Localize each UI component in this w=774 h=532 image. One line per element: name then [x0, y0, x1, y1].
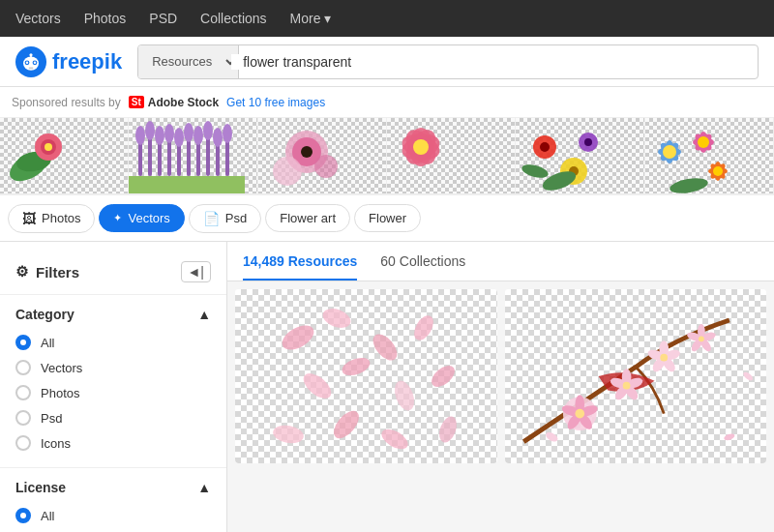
radio-icons-indicator [15, 435, 31, 451]
sponsored-image-2[interactable] [129, 118, 257, 193]
license-collapse-icon: ▲ [197, 480, 211, 495]
sponsored-banner: Sponsored results by St Adobe Stock Get … [0, 87, 774, 118]
svg-point-31 [194, 126, 203, 145]
adobe-badge: St [129, 96, 144, 108]
svg-point-106 [698, 336, 703, 341]
result-thumb-2 [505, 289, 767, 463]
svg-point-39 [314, 155, 338, 178]
svg-point-100 [660, 354, 668, 362]
results-header: 14,489 Resources 60 Collections [227, 242, 774, 281]
sponsored-img-3-svg [258, 118, 355, 193]
svg-point-28 [164, 124, 174, 143]
nav-photos[interactable]: Photos [84, 11, 127, 26]
sponsored-image-1[interactable] [0, 118, 129, 193]
top-nav: Vectors Photos PSD Collections More ▾ [0, 0, 774, 37]
license-section-title[interactable]: License ▲ [15, 480, 211, 495]
sponsored-img-5-svg [516, 118, 612, 193]
category-option-all[interactable]: All [15, 330, 211, 355]
svg-point-108 [723, 432, 735, 441]
nav-more-label: More [290, 11, 321, 26]
psd-tab-icon: 📄 [203, 211, 220, 226]
category-section-title[interactable]: Category ▲ [15, 307, 211, 322]
search-bar: freepik Resources Photos Vectors PSD [0, 37, 774, 87]
nav-more[interactable]: More ▾ [290, 11, 332, 26]
sidebar-divider-2 [0, 467, 226, 468]
result-img-2-svg [505, 289, 767, 463]
svg-point-81 [436, 414, 461, 445]
adobe-logo: St Adobe Stock [129, 96, 219, 109]
logo[interactable]: freepik [15, 46, 122, 77]
tab-photos[interactable]: 🖼 Photos [8, 204, 95, 233]
search-input[interactable] [231, 54, 758, 70]
sponsored-image-6[interactable] [645, 118, 774, 193]
nav-collections[interactable]: Collections [200, 11, 266, 26]
vectors-tab-icon: ✦ [113, 212, 122, 224]
svg-point-27 [155, 126, 164, 145]
svg-point-70 [279, 320, 318, 354]
sponsored-image-3[interactable] [258, 118, 387, 193]
svg-point-80 [378, 426, 411, 454]
psd-tab-label: Psd [225, 211, 247, 225]
svg-point-58 [663, 145, 676, 159]
svg-point-8 [29, 53, 32, 56]
nav-vectors[interactable]: Vectors [15, 11, 61, 26]
sponsored-image-4[interactable] [387, 118, 516, 193]
svg-point-5 [34, 61, 36, 63]
photos-tab-icon: 🖼 [22, 211, 36, 226]
svg-point-88 [575, 409, 584, 419]
result-card-1[interactable] [235, 289, 497, 463]
search-category-select[interactable]: Resources Photos Vectors PSD [138, 45, 239, 78]
svg-point-53 [521, 163, 550, 181]
license-option-all[interactable]: All [15, 503, 211, 528]
svg-point-75 [340, 354, 372, 378]
svg-point-4 [26, 61, 28, 63]
result-thumb-1 [235, 289, 497, 463]
radio-vectors-label: Vectors [41, 361, 82, 375]
radio-psd-indicator [15, 410, 31, 426]
radio-photos-label: Photos [41, 386, 79, 400]
svg-point-26 [145, 121, 155, 140]
radio-license-all-label: All [41, 509, 54, 523]
image-grid [227, 281, 774, 471]
results-tab-resources[interactable]: 14,489 Resources [243, 253, 357, 281]
result-card-2[interactable] [505, 289, 767, 463]
sponsored-img-6-svg [645, 118, 742, 193]
svg-point-34 [223, 124, 232, 143]
radio-icons-label: Icons [41, 436, 71, 451]
svg-point-78 [272, 423, 306, 445]
svg-point-25 [135, 126, 145, 145]
sponsored-img-2-svg [129, 118, 245, 193]
flower-art-tab-label: Flower art [280, 211, 336, 225]
category-option-photos[interactable]: Photos [15, 380, 211, 405]
category-option-vectors[interactable]: Vectors [15, 355, 211, 380]
results-tab-collections[interactable]: 60 Collections [380, 253, 465, 281]
adobe-free-images-link[interactable]: Get 10 free images [226, 96, 325, 109]
svg-point-29 [174, 128, 184, 147]
svg-point-69 [669, 176, 709, 193]
svg-point-33 [213, 128, 223, 147]
category-option-psd[interactable]: Psd [15, 405, 211, 430]
svg-point-73 [410, 312, 437, 343]
svg-point-76 [391, 378, 418, 413]
svg-point-77 [428, 362, 459, 391]
sponsored-image-5[interactable] [516, 118, 644, 193]
license-option-free[interactable]: Free [15, 528, 211, 532]
sponsored-images-row [0, 118, 774, 195]
tab-flower[interactable]: Flower [354, 204, 421, 232]
radio-vectors-indicator [15, 360, 31, 375]
category-option-icons[interactable]: Icons [15, 430, 211, 456]
filter-sliders-icon: ⚙ [15, 263, 28, 281]
nav-psd[interactable]: PSD [149, 11, 177, 26]
tab-psd[interactable]: 📄 Psd [189, 204, 261, 233]
radio-psd-label: Psd [41, 411, 62, 426]
filter-tabs-row: 🖼 Photos ✦ Vectors 📄 Psd Flower art Flow… [0, 195, 774, 242]
svg-point-63 [698, 136, 709, 148]
svg-point-32 [203, 121, 213, 140]
sidebar: ⚙ Filters ◄| Category ▲ All Vectors Phot… [0, 242, 227, 532]
category-section: Category ▲ All Vectors Photos Psd Ico [0, 299, 226, 463]
search-input-wrapper: Resources Photos Vectors PSD [137, 44, 759, 79]
sponsored-label: Sponsored results by [12, 96, 121, 109]
tab-flower-art[interactable]: Flower art [265, 204, 350, 232]
collapse-sidebar-button[interactable]: ◄| [181, 261, 212, 282]
tab-vectors[interactable]: ✦ Vectors [99, 204, 184, 232]
